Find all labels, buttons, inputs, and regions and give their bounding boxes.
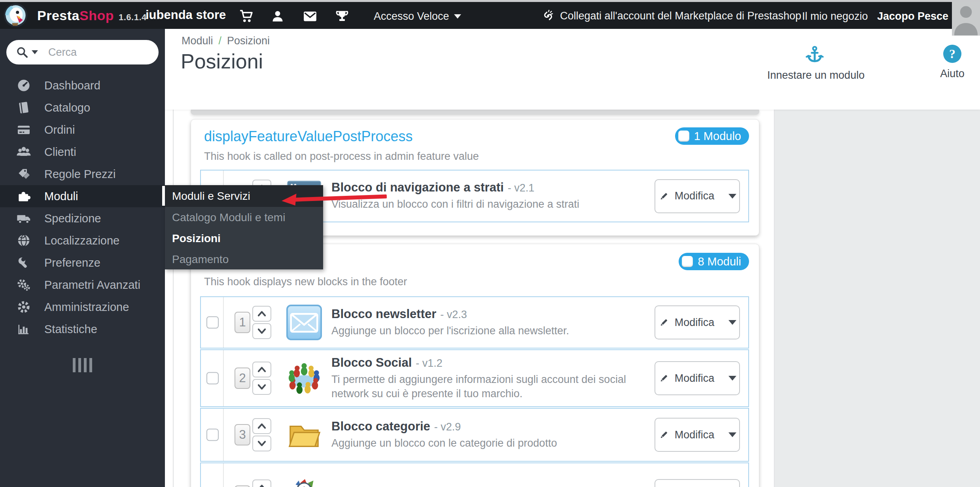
quick-access-menu[interactable]: Accesso Veloce (374, 10, 461, 23)
module-text: Blocco CMS- v2.1 (331, 463, 645, 487)
right-gutter (774, 110, 980, 487)
marketplace-link[interactable]: Collegati all'account del Marketplace di… (541, 9, 801, 23)
submenu-item-pagamento[interactable]: Pagamento (165, 249, 323, 270)
sidebar-item-statistiche[interactable]: Statistiche (0, 318, 165, 340)
help-button[interactable]: Aiuto (935, 45, 970, 80)
prestashop-logo-icon[interactable] (3, 3, 28, 28)
sidebar-item-preferenze[interactable]: Preferenze (0, 252, 165, 274)
module-name: Blocco categorie (331, 419, 430, 433)
sidebar-item-catalogo[interactable]: Catalogo (0, 97, 165, 119)
customers-icon (15, 144, 32, 160)
move-down-button[interactable] (252, 379, 271, 395)
prestashop-admin-screen: PrestaShop1.6.1.4 iubenda store (0, 0, 980, 487)
submenu-item-posizioni[interactable]: Posizioni (165, 228, 323, 249)
move-down-button[interactable] (252, 323, 271, 339)
customers-topbar-icon[interactable] (270, 8, 286, 24)
sidebar-item-amministrazione[interactable]: Amministrazione (0, 296, 165, 318)
sidebar-item-dashboard[interactable]: Dashboard (0, 74, 165, 97)
search-scope-caret-icon[interactable] (32, 50, 38, 54)
reorder-controls (252, 362, 271, 395)
module-name: Blocco di navigazione a strati (331, 180, 504, 194)
shop-name: iubenda store (146, 8, 226, 22)
edit-dropdown-caret-icon[interactable] (728, 376, 736, 381)
hook-module-count-badge[interactable]: 1 Modulo (675, 127, 749, 145)
submenu-item-catalogo-moduli-e-temi[interactable]: Catalogo Moduli e temi (165, 207, 323, 228)
move-up-button[interactable] (252, 418, 271, 434)
hook-description: This hook is called on post-process in a… (204, 150, 479, 163)
avatar[interactable] (952, 0, 980, 36)
edit-module-button[interactable]: Modifica (655, 479, 740, 487)
advanced-parameters-icon (15, 277, 32, 293)
sidebar-item-label: Parametri Avanzati (44, 279, 140, 292)
edit-dropdown-caret-icon[interactable] (728, 432, 736, 437)
badge-checkbox[interactable] (682, 256, 693, 267)
module-icon-categories (286, 416, 323, 453)
search-icon[interactable] (16, 46, 28, 59)
module-icon-cms (286, 478, 323, 487)
move-up-button[interactable] (252, 362, 271, 377)
sidebar-item-moduli[interactable]: Moduli (0, 185, 165, 207)
my-shop-link[interactable]: Il mio negozio (802, 10, 868, 23)
module-icon-newsletter (286, 304, 323, 341)
row-divider (223, 350, 224, 406)
breadcrumb-current[interactable]: Posizioni (227, 35, 270, 47)
trophy-icon[interactable] (334, 8, 350, 24)
anchor-icon (804, 45, 825, 64)
edit-module-button[interactable]: Modifica (655, 305, 740, 339)
submenu-item-moduli-e-servizi[interactable]: Moduli e Servizi (165, 185, 323, 207)
module-checkbox[interactable] (206, 372, 219, 385)
sidebar-collapse-handle[interactable] (0, 358, 165, 372)
sidebar-item-ordini[interactable]: Ordini (0, 119, 165, 141)
module-description: Ti permette di aggiungere informazioni s… (331, 372, 645, 401)
module-checkbox[interactable] (206, 316, 219, 329)
module-description: Visualizza un blocco con i filtri di nav… (331, 197, 645, 211)
sidebar-item-clienti[interactable]: Clienti (0, 141, 165, 163)
page-header: Moduli / Posizioni Posizioni Innestare u… (165, 29, 980, 110)
edit-module-button[interactable]: Modifica (655, 179, 740, 213)
sidebar-item-label: Regole Prezzi (44, 168, 116, 181)
hook-module-button[interactable]: Innestare un modulo (767, 45, 862, 81)
sidebar-search (6, 40, 159, 64)
help-icon (943, 45, 961, 63)
sidebar-item-regole-prezzi[interactable]: Regole Prezzi (0, 163, 165, 185)
edit-label: Modifica (675, 190, 715, 202)
quick-access-label: Accesso Veloce (374, 10, 449, 23)
move-down-button[interactable] (252, 436, 271, 451)
brand-second: Shop (79, 8, 114, 23)
search-input[interactable] (38, 46, 188, 59)
cart-icon[interactable] (238, 8, 254, 24)
shipping-icon (15, 210, 32, 226)
mail-icon[interactable] (302, 8, 318, 24)
module-row: 3 Blocco categorie- v2.9 (200, 408, 749, 462)
module-description: Aggiunge un blocco con le categorie di p… (331, 436, 645, 450)
hook-module-label: Innestare un modulo (767, 69, 862, 81)
sidebar-item-label: Dashboard (44, 79, 100, 92)
modules-icon (15, 188, 32, 204)
hook-name-link[interactable]: displayFeatureValuePostProcess (204, 128, 413, 145)
breadcrumb-parent[interactable]: Moduli (182, 35, 213, 47)
edit-module-button[interactable]: Modifica (655, 418, 740, 452)
pencil-icon (658, 373, 669, 384)
edit-label: Modifica (675, 372, 715, 385)
move-up-button[interactable] (252, 306, 271, 322)
module-row: 1 (200, 296, 749, 349)
sidebar-item-spedizione[interactable]: Spedizione (0, 207, 165, 229)
module-text: Blocco newsletter- v2.3 Aggiunge un bloc… (331, 297, 645, 348)
badge-checkbox[interactable] (678, 131, 689, 142)
edit-module-button[interactable]: Modifica (655, 361, 740, 395)
edit-dropdown-caret-icon[interactable] (728, 194, 736, 199)
user-menu[interactable]: Jacopo Pesce (877, 10, 961, 23)
edit-dropdown-caret-icon[interactable] (728, 320, 736, 325)
module-version: - v2.3 (440, 309, 467, 320)
sidebar-item-label: Preferenze (44, 256, 100, 269)
module-checkbox[interactable] (206, 429, 219, 441)
content-body: displayFeatureValuePostProcess 1 Modulo … (165, 110, 774, 487)
browser-top-strip (0, 0, 980, 2)
reorder-controls (252, 306, 271, 339)
sidebar-item-parametri-avanzati[interactable]: Parametri Avanzati (0, 274, 165, 296)
module-name: Blocco newsletter (331, 307, 436, 321)
brand-title: PrestaShop1.6.1.4 (37, 8, 147, 23)
sidebar-item-localizzazione[interactable]: Localizzazione (0, 229, 165, 252)
hook-module-count-badge[interactable]: 8 Moduli (679, 253, 749, 270)
move-up-button[interactable] (252, 479, 271, 487)
